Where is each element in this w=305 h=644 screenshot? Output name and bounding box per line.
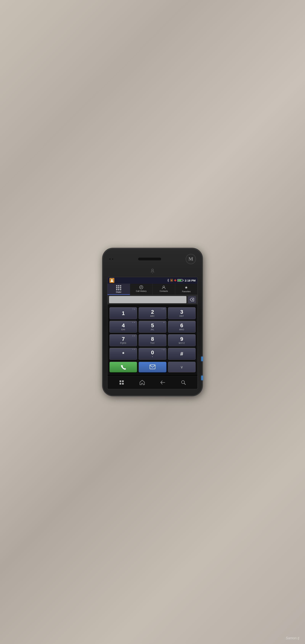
battery-icon bbox=[177, 279, 184, 282]
key-star-extra: ᄌᄎ bbox=[132, 349, 136, 351]
phone-screen: ✚ 2:18 PM bbox=[107, 277, 198, 389]
keypad-grid: ᄀᄁ 1 ᄂᄅ 2 ABC 3 DEF bbox=[109, 307, 196, 360]
svg-rect-11 bbox=[122, 383, 124, 384]
phone-brand-icon bbox=[107, 267, 198, 277]
key-2-extra: ᄂᄅ bbox=[162, 308, 165, 310]
tab-call-history-label: Call History bbox=[136, 290, 147, 292]
key-4-sub: GHI bbox=[121, 328, 125, 331]
key-8-main: 8 bbox=[151, 336, 154, 342]
call-history-icon bbox=[139, 285, 143, 289]
phone-top: M bbox=[107, 254, 198, 267]
key-2-sub: ABC bbox=[150, 315, 155, 317]
more-chevron-icon: ∨ bbox=[180, 365, 183, 369]
key-0-sub: + bbox=[152, 356, 153, 358]
contacts-icon bbox=[162, 285, 166, 289]
key-2-main: 2 bbox=[151, 309, 154, 315]
key-3[interactable]: 3 DEF bbox=[168, 307, 196, 319]
key-3-main: 3 bbox=[180, 309, 183, 315]
tab-favorites-label: Favorites bbox=[182, 290, 191, 292]
key-hash-main: # bbox=[180, 351, 183, 356]
nav-apps-button[interactable] bbox=[118, 379, 125, 386]
key-9-main: 9 bbox=[180, 336, 183, 342]
key-9[interactable]: 9 WXYZ bbox=[168, 334, 196, 346]
keypad-area: ᄀᄁ 1 ᄂᄅ 2 ABC 3 DEF bbox=[108, 304, 197, 375]
svg-rect-10 bbox=[120, 383, 121, 384]
status-avatar bbox=[109, 278, 114, 283]
key-5[interactable]: ᄅ 5 JKL bbox=[139, 321, 166, 333]
key-6-sub: MNO bbox=[179, 328, 184, 331]
speaker-dot bbox=[112, 258, 113, 260]
tab-dialer-label: Dialer bbox=[116, 291, 121, 293]
search-icon bbox=[181, 380, 186, 385]
key-1[interactable]: ᄀᄁ 1 bbox=[109, 307, 137, 319]
key-6-main: 6 bbox=[180, 323, 183, 328]
earpiece bbox=[138, 258, 161, 260]
key-8-extra: ᄉ bbox=[163, 336, 165, 337]
key-0-extra: ᄋᄒ bbox=[162, 349, 165, 351]
key-7-main: 7 bbox=[122, 336, 125, 342]
tab-contacts[interactable]: Contacts bbox=[153, 284, 175, 295]
key-star[interactable]: ᄌᄎ * bbox=[109, 348, 137, 360]
key-1-extra: ᄀᄁ bbox=[132, 308, 136, 310]
key-0-main: 0 bbox=[151, 350, 154, 355]
svg-rect-7 bbox=[150, 365, 155, 369]
key-6[interactable]: 6 MNO bbox=[168, 321, 196, 333]
svg-rect-4 bbox=[171, 280, 172, 281]
key-star-main: * bbox=[122, 351, 124, 356]
key-5-sub: JKL bbox=[151, 328, 154, 331]
key-7[interactable]: ᄇᄑ 7 PQRS bbox=[109, 334, 137, 346]
phone-icon bbox=[121, 364, 126, 370]
sim-icon bbox=[170, 279, 173, 282]
key-9-sub: WXYZ bbox=[179, 342, 185, 344]
more-button[interactable]: ∨ bbox=[168, 362, 196, 372]
svg-point-6 bbox=[163, 286, 165, 288]
call-button[interactable] bbox=[109, 362, 137, 372]
svg-point-1 bbox=[152, 272, 153, 273]
tab-favorites[interactable]: ★ Favorites bbox=[175, 284, 197, 295]
side-indicator-top bbox=[201, 356, 203, 361]
nav-back-button[interactable] bbox=[159, 379, 167, 386]
phone-body: M bbox=[103, 248, 202, 396]
number-display[interactable] bbox=[109, 296, 186, 303]
speaker-dot bbox=[109, 258, 111, 260]
app-tabs: Dialer Call History bbox=[108, 284, 197, 295]
key-1-main: 1 bbox=[122, 311, 125, 316]
watermark: Samon.tj bbox=[286, 636, 299, 640]
tab-call-history[interactable]: Call History bbox=[130, 284, 153, 295]
svg-point-0 bbox=[152, 269, 153, 271]
key-hash[interactable]: # bbox=[168, 348, 196, 360]
envelope-icon bbox=[150, 364, 155, 370]
backspace-button[interactable] bbox=[188, 296, 196, 303]
key-8[interactable]: ᄉ 8 TUV bbox=[139, 334, 166, 346]
number-input-row bbox=[108, 295, 197, 304]
svg-point-2 bbox=[111, 279, 113, 281]
navigation-bar bbox=[108, 376, 197, 389]
motorola-logo: M bbox=[186, 254, 196, 264]
phone-container: M bbox=[103, 248, 202, 396]
tab-contacts-label: Contacts bbox=[160, 290, 168, 292]
svg-rect-8 bbox=[120, 380, 121, 382]
side-indicator-bottom bbox=[201, 376, 203, 380]
key-4-extra: ᄃᄆ bbox=[132, 322, 136, 324]
status-bar-left bbox=[109, 278, 114, 283]
bluetooth-icon bbox=[167, 279, 169, 282]
nav-search-button[interactable] bbox=[180, 379, 187, 386]
tab-dialer[interactable]: Dialer bbox=[108, 284, 130, 295]
motorola-m-letter: M bbox=[188, 256, 193, 262]
message-button[interactable] bbox=[139, 362, 166, 372]
action-buttons-row: ∨ bbox=[109, 362, 196, 373]
status-time: 2:18 PM bbox=[185, 279, 196, 282]
svg-line-13 bbox=[184, 383, 185, 384]
favorites-star-icon: ★ bbox=[184, 285, 188, 290]
nav-home-button[interactable] bbox=[138, 379, 146, 386]
key-0[interactable]: ᄋᄒ 0 + bbox=[139, 348, 166, 360]
status-icons: ✚ 2:18 PM bbox=[167, 279, 196, 282]
key-5-extra: ᄅ bbox=[163, 322, 165, 324]
home-icon bbox=[140, 380, 145, 385]
key-2[interactable]: ᄂᄅ 2 ABC bbox=[139, 307, 166, 319]
key-8-sub: TUV bbox=[150, 342, 155, 344]
key-4-main: 4 bbox=[122, 323, 125, 328]
key-4[interactable]: ᄃᄆ 4 GHI bbox=[109, 321, 137, 333]
dialer-grid-icon bbox=[116, 285, 121, 290]
key-7-sub: PQRS bbox=[120, 342, 126, 344]
